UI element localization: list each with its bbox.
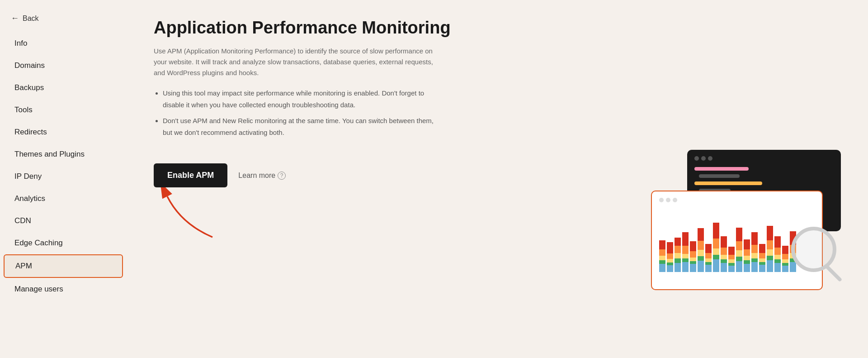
bar-segment xyxy=(782,266,788,272)
sidebar-item-redirects[interactable]: Redirects xyxy=(4,121,123,143)
bar-segment xyxy=(759,258,765,262)
bar-group xyxy=(774,236,781,272)
bar-group xyxy=(728,247,735,272)
bullet-list: Using this tool may impact site performa… xyxy=(154,87,443,143)
description-text: Use APM (Application Monitoring Performa… xyxy=(154,46,434,78)
bar-segment xyxy=(744,264,750,272)
back-button[interactable]: ← Back xyxy=(0,9,127,32)
sidebar-item-backups[interactable]: Backups xyxy=(4,77,123,99)
bar-segment xyxy=(667,242,673,253)
bar-segment xyxy=(721,263,727,272)
sidebar-item-cdn[interactable]: CDN xyxy=(4,210,123,232)
bar-segment xyxy=(774,236,781,248)
content-row: Enable APM Learn more ? xyxy=(154,159,841,295)
bar-segment xyxy=(682,258,689,262)
code-line-3 xyxy=(694,181,762,185)
bar-segment xyxy=(675,263,681,272)
bar-segment xyxy=(690,258,696,261)
learn-more-link[interactable]: Learn more ? xyxy=(238,172,286,180)
sidebar-item-edge-caching[interactable]: Edge Caching xyxy=(4,232,123,254)
bar-segment xyxy=(774,263,781,272)
bar-segment xyxy=(744,249,750,256)
bullet-item: Using this tool may impact site performa… xyxy=(163,87,443,110)
bar-group xyxy=(736,228,742,272)
bar-segment xyxy=(759,253,765,258)
bar-segment xyxy=(782,259,788,263)
bar-segment xyxy=(713,239,719,248)
sidebar-item-themes-plugins[interactable]: Themes and Plugins xyxy=(4,143,123,165)
bar-segment xyxy=(667,265,673,272)
sidebar-item-analytics[interactable]: Analytics xyxy=(4,188,123,210)
bar-segment xyxy=(713,259,719,272)
dot1 xyxy=(694,156,699,161)
bar-group xyxy=(759,244,765,272)
bar-segment xyxy=(736,257,742,261)
bar-segment xyxy=(705,253,712,258)
sidebar-item-domains[interactable]: Domains xyxy=(4,55,123,76)
bar-segment xyxy=(782,246,788,254)
bar-segment xyxy=(721,255,727,259)
bar-segment xyxy=(767,260,773,272)
bar-group xyxy=(744,239,750,272)
dot2 xyxy=(701,156,706,161)
bar-segment xyxy=(751,253,758,258)
bar-segment xyxy=(751,258,758,262)
bar-segment xyxy=(728,259,735,263)
bar-segment xyxy=(782,254,788,259)
bar-segment xyxy=(705,265,712,272)
sidebar-item-ip-deny[interactable]: IP Deny xyxy=(4,166,123,187)
bar-group xyxy=(705,244,712,272)
bar-group xyxy=(767,226,773,272)
bar-segment xyxy=(675,246,681,253)
bar-segment xyxy=(659,240,665,249)
bar-segment xyxy=(767,226,773,240)
bar-segment xyxy=(736,250,742,257)
sidebar-item-apm[interactable]: APM xyxy=(4,254,123,278)
bar-segment xyxy=(759,265,765,272)
bar-group xyxy=(698,228,704,272)
bar-segment xyxy=(682,232,689,246)
left-section: Enable APM Learn more ? xyxy=(154,159,633,242)
sidebar-item-info[interactable]: Info xyxy=(4,33,123,54)
bar-segment xyxy=(682,262,689,272)
dot3 xyxy=(708,156,712,161)
bar-group xyxy=(713,223,719,272)
red-arrow xyxy=(154,187,226,242)
bar-segment xyxy=(767,256,773,260)
bar-segment xyxy=(713,223,719,239)
bar-segment xyxy=(705,258,712,262)
bar-segment xyxy=(728,247,735,255)
magnifier-icon xyxy=(791,227,854,290)
bar-segment xyxy=(698,256,704,261)
code-line-1 xyxy=(694,167,749,171)
bar-segment xyxy=(659,256,665,260)
bar-segment xyxy=(736,241,742,250)
bar-segment xyxy=(659,260,665,264)
bar-segment xyxy=(675,258,681,263)
back-label: Back xyxy=(23,14,39,23)
bar-segment xyxy=(721,259,727,263)
sidebar-item-manage-users[interactable]: Manage users xyxy=(4,278,123,300)
bar-segment xyxy=(698,250,704,256)
magnifier-circle xyxy=(791,227,836,272)
page-title: Application Performance Monitoring xyxy=(154,18,841,38)
bar-group xyxy=(751,232,758,272)
bar-segment xyxy=(713,255,719,259)
enable-apm-button[interactable]: Enable APM xyxy=(154,163,227,187)
bar-segment xyxy=(705,244,712,253)
bar-group xyxy=(675,238,681,272)
illustration-area xyxy=(651,150,841,295)
bar-segment xyxy=(682,254,689,258)
bar-segment xyxy=(698,228,704,241)
sidebar-item-tools[interactable]: Tools xyxy=(4,99,123,121)
sidebar: ← Back InfoDomainsBackupsToolsRedirectsT… xyxy=(0,0,127,358)
magnifier-handle xyxy=(824,263,842,282)
window-dots xyxy=(694,156,834,161)
bar-segment xyxy=(751,262,758,272)
bar-segment xyxy=(736,228,742,241)
bar-segment xyxy=(721,236,727,248)
bar-segment xyxy=(751,232,758,245)
bullet-item: Don't use APM and New Relic monitoring a… xyxy=(163,115,443,138)
bar-group xyxy=(667,242,673,272)
bar-segment xyxy=(744,256,750,260)
